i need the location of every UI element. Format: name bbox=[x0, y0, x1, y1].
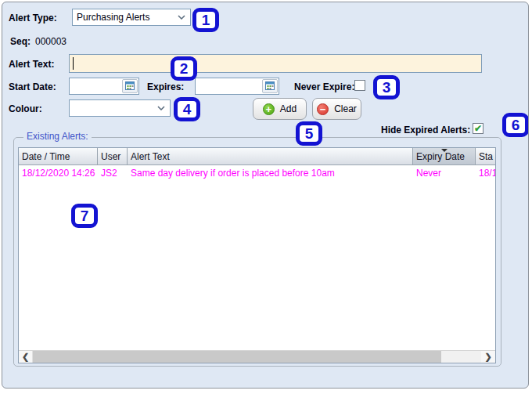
text-cursor bbox=[73, 57, 74, 70]
expires-label: Expires: bbox=[147, 81, 184, 92]
calendar-icon[interactable] bbox=[122, 79, 138, 93]
chevron-down-icon bbox=[157, 106, 165, 110]
callout-4: 4 bbox=[174, 97, 200, 121]
column-header-start-date[interactable]: Sta bbox=[476, 148, 496, 164]
add-plus-icon: + bbox=[263, 103, 275, 115]
callout-5: 5 bbox=[296, 121, 322, 146]
chevron-down-icon bbox=[178, 15, 185, 20]
start-date-input[interactable] bbox=[69, 78, 139, 95]
clear-button[interactable]: − Clear bbox=[312, 98, 361, 120]
clear-button-label: Clear bbox=[334, 103, 357, 114]
scrollbar-thumb[interactable] bbox=[33, 351, 441, 363]
colour-dropdown[interactable] bbox=[69, 99, 171, 117]
cell-expiry-date: Never bbox=[413, 165, 476, 181]
add-button-label: Add bbox=[280, 103, 297, 114]
check-icon: ✔ bbox=[474, 124, 482, 133]
cell-alert-text: Same day delivery if order is placed bef… bbox=[128, 165, 413, 181]
cell-start-date: 18/1 bbox=[476, 165, 496, 181]
table-row[interactable]: 18/12/2020 14:26 JS2 Same day delivery i… bbox=[19, 165, 495, 181]
expires-input[interactable] bbox=[195, 78, 279, 95]
column-header-date-time[interactable]: Date / Time bbox=[19, 148, 98, 164]
existing-alerts-group-label: Existing Alerts: bbox=[23, 131, 92, 142]
scrollbar-track[interactable] bbox=[441, 351, 481, 363]
callout-3: 3 bbox=[373, 75, 400, 99]
sort-desc-icon bbox=[441, 149, 448, 152]
column-header-user[interactable]: User bbox=[98, 148, 128, 164]
alert-type-value: Purchasing Alerts bbox=[77, 12, 149, 23]
cell-date-time: 18/12/2020 14:26 bbox=[19, 165, 98, 181]
callout-2: 2 bbox=[171, 56, 197, 81]
calendar-icon[interactable] bbox=[262, 79, 278, 93]
clear-minus-icon: − bbox=[317, 103, 329, 115]
existing-alerts-table: Date / Time User Alert Text Expiry Date … bbox=[18, 147, 496, 363]
seq-label: Seq: bbox=[10, 36, 31, 47]
never-expire-label: Never Expire: bbox=[294, 81, 354, 92]
never-expire-checkbox[interactable] bbox=[354, 80, 365, 91]
existing-alerts-groupbox: Existing Alerts: Date / Time User Alert … bbox=[13, 137, 501, 367]
hide-expired-alerts-checkbox[interactable]: ✔ bbox=[473, 123, 483, 134]
scroll-right-icon[interactable]: ❯ bbox=[481, 351, 495, 363]
table-header-row: Date / Time User Alert Text Expiry Date … bbox=[19, 148, 495, 165]
cell-user: JS2 bbox=[98, 165, 128, 181]
column-header-alert-text[interactable]: Alert Text bbox=[128, 148, 413, 164]
alert-text-label: Alert Text: bbox=[9, 59, 54, 70]
column-header-expiry-date[interactable]: Expiry Date bbox=[413, 148, 476, 164]
add-button[interactable]: + Add bbox=[253, 98, 307, 120]
alert-type-dropdown[interactable]: Purchasing Alerts bbox=[72, 9, 191, 26]
alert-type-label: Alert Type: bbox=[9, 13, 57, 23]
alert-text-input[interactable] bbox=[69, 54, 482, 73]
alerts-window: Alert Type: Purchasing Alerts Seq: 00000… bbox=[2, 2, 529, 389]
start-date-label: Start Date: bbox=[9, 81, 56, 92]
scroll-left-icon[interactable]: ❮ bbox=[19, 351, 33, 363]
seq-value: 000003 bbox=[35, 36, 66, 47]
callout-1: 1 bbox=[192, 8, 219, 32]
horizontal-scrollbar[interactable]: ❮ ❯ bbox=[19, 350, 495, 363]
callout-6: 6 bbox=[502, 113, 529, 137]
colour-label: Colour: bbox=[9, 103, 42, 114]
hide-expired-alerts-label: Hide Expired Alerts: bbox=[381, 125, 470, 136]
callout-7: 7 bbox=[71, 204, 98, 228]
